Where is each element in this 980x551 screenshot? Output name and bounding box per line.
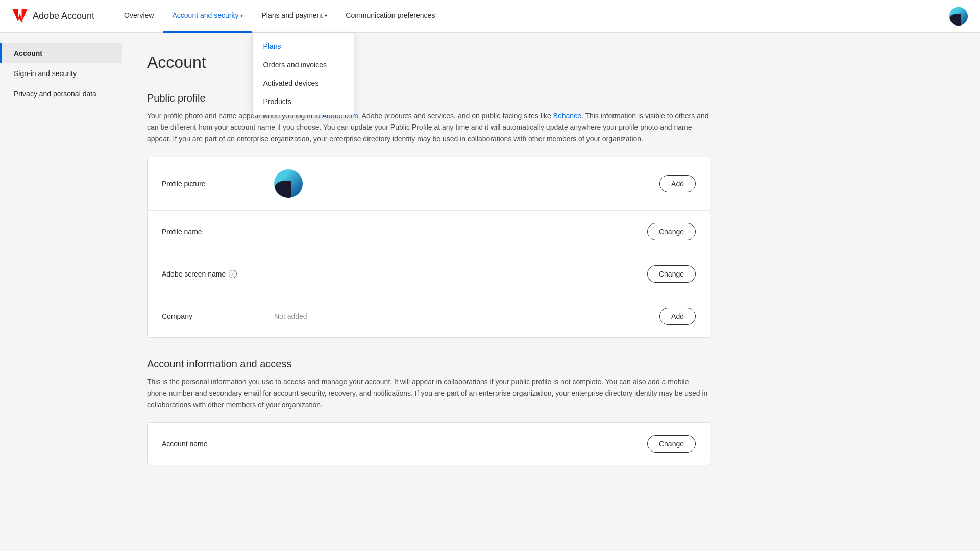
avatar-image [949,7,968,26]
sidebar-privacy-label: Privacy and personal data [14,90,96,98]
nav-item-account-security[interactable]: Account and security ▾ [163,0,252,33]
company-action: Add [659,308,696,325]
desc-middle: , Adobe products and services, and on pu… [358,112,553,120]
behance-link[interactable]: Behance [553,112,581,120]
sidebar: Account Sign-in and security Privacy and… [0,33,122,551]
header-right [949,7,968,26]
profile-avatar-preview-inner [274,169,303,198]
nav-item-overview[interactable]: Overview [115,0,163,33]
sidebar-item-account[interactable]: Account [0,43,122,63]
nav-plans-payment-label: Plans and payment [261,11,323,19]
public-profile-section: Public profile Your profile photo and na… [147,92,710,338]
plans-payment-chevron-icon: ▾ [325,13,327,18]
account-info-section: Account information and access This is t… [147,358,710,465]
screen-name-row: Adobe screen name i Change [148,253,710,295]
plans-dropdown-menu: Plans Orders and invoices Activated devi… [252,33,354,115]
profile-name-label: Profile name [162,228,274,236]
profile-picture-value [274,169,659,198]
nav-item-plans-wrapper: Plans and payment ▾ Plans Orders and inv… [252,0,336,33]
nav-account-security-label: Account and security [172,11,238,19]
profile-picture-action: Add [659,175,696,192]
public-profile-title: Public profile [147,92,710,104]
public-profile-card: Profile picture Add Profile name [147,157,710,338]
company-label: Company [162,312,274,320]
page-title: Account [147,53,710,72]
account-info-card: Account name Change [147,422,710,465]
adobe-logo-link[interactable]: Adobe Account [12,9,94,23]
header: Adobe Account Overview Account and secur… [0,0,980,33]
screen-name-info-icon[interactable]: i [229,270,237,278]
main-nav: Overview Account and security ▾ Plans an… [115,0,949,33]
change-screen-name-button[interactable]: Change [647,265,696,283]
app-name: Adobe Account [33,11,94,21]
nav-item-communication[interactable]: Communication preferences [336,0,444,33]
account-info-description: This is the personal information you use… [147,376,710,410]
profile-picture-row: Profile picture Add [148,157,710,211]
sidebar-item-privacy[interactable]: Privacy and personal data [0,84,122,104]
account-info-title: Account information and access [147,358,710,370]
screen-name-label: Adobe screen name i [162,270,274,278]
main-layout: Account Sign-in and security Privacy and… [0,33,980,551]
sidebar-account-label: Account [14,49,42,57]
profile-name-row: Profile name Change [148,211,710,253]
add-company-button[interactable]: Add [659,308,696,325]
account-name-action: Change [647,435,696,453]
nav-item-plans-payment[interactable]: Plans and payment ▾ [252,0,336,33]
dropdown-item-plans[interactable]: Plans [253,37,354,56]
nav-overview-label: Overview [124,11,154,19]
account-security-chevron-icon: ▾ [240,13,243,18]
dropdown-item-activated-devices[interactable]: Activated devices [253,74,354,92]
public-profile-description: Your profile photo and name appear when … [147,110,710,144]
profile-picture-label: Profile picture [162,180,274,188]
main-content: Account Public profile Your profile phot… [122,33,735,551]
profile-picture-avatar [274,169,303,198]
dropdown-item-orders[interactable]: Orders and invoices [253,56,354,74]
nav-communication-label: Communication preferences [346,11,435,19]
screen-name-action: Change [647,265,696,283]
account-name-label: Account name [162,440,274,448]
change-account-name-button[interactable]: Change [647,435,696,453]
profile-name-action: Change [647,223,696,240]
sidebar-sign-in-label: Sign-in and security [14,69,77,78]
user-avatar[interactable] [949,7,968,26]
add-profile-picture-button[interactable]: Add [659,175,696,192]
dropdown-item-products[interactable]: Products [253,92,354,111]
company-row: Company Not added Add [148,295,710,337]
adobe-logo-icon [12,9,28,23]
change-profile-name-button[interactable]: Change [647,223,696,240]
company-value: Not added [274,312,659,320]
account-name-row: Account name Change [148,423,710,465]
sidebar-item-sign-in-security[interactable]: Sign-in and security [0,63,122,84]
